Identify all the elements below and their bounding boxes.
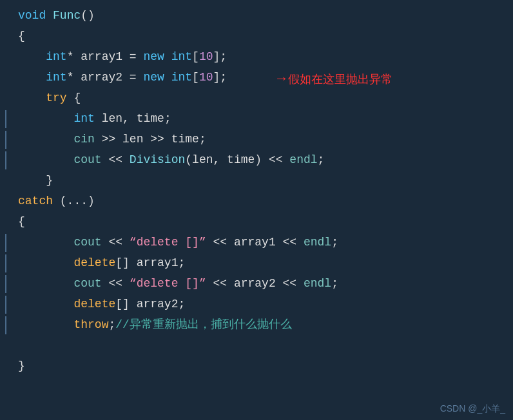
code-token: ; (331, 236, 338, 249)
code-token: ]; (213, 50, 227, 63)
code-token: cout (73, 277, 101, 290)
code-token: time (137, 112, 164, 125)
code-token: ; (178, 256, 185, 269)
code-line: { (0, 213, 513, 233)
code-token: >> (95, 133, 122, 146)
code-token: cout (73, 236, 101, 249)
code-token: catch (18, 195, 53, 207)
code-token: ( (185, 153, 192, 166)
code-token: << (102, 277, 130, 290)
code-token: ]; (213, 71, 227, 84)
code-token: len (102, 112, 122, 125)
code-token: Division (130, 153, 185, 166)
code-token: cin (73, 133, 94, 146)
code-token: try (46, 91, 66, 104)
code-token: , (122, 112, 137, 125)
code-line: { (0, 27, 513, 48)
code-token: “delete []” (130, 236, 206, 249)
code-token: endl (289, 153, 317, 166)
code-token: << (206, 277, 234, 290)
gutter (0, 275, 12, 293)
code-token: new (143, 50, 164, 63)
code-token: endl (304, 236, 331, 249)
code-token: { (18, 30, 25, 43)
gutter (0, 234, 12, 252)
code-token: } (18, 359, 25, 372)
code-token: 10 (199, 71, 213, 84)
code-line: cout << “delete []” << array1 << endl; (0, 233, 513, 254)
code-token: = (122, 71, 143, 84)
code-token: [] (115, 298, 136, 310)
code-token: new (143, 71, 164, 84)
code-token: << (102, 236, 130, 249)
code-token: Func (53, 9, 81, 22)
gutter-bar (5, 275, 6, 293)
code-token: int (171, 50, 192, 63)
code-token: int (46, 71, 66, 84)
code-token: “delete []” (130, 277, 206, 290)
code-token: //异常重新抛出，捕到什么抛什么 (115, 318, 292, 331)
code-token: * (67, 71, 81, 84)
gutter (0, 296, 12, 314)
code-token (95, 112, 102, 125)
code-token: << (102, 153, 130, 166)
code-token: = (122, 50, 143, 63)
code-token: endl (304, 277, 331, 290)
code-token: len (192, 153, 213, 166)
code-token: array2 (137, 298, 179, 310)
annotation-text: 假如在这里抛出异常 (288, 71, 392, 86)
code-token (46, 9, 53, 22)
gutter-bar (5, 316, 6, 334)
gutter-bar (5, 110, 6, 128)
code-container: void Func(){ int* array1 = new int[10]; … (0, 0, 513, 420)
code-token: [] (115, 256, 136, 269)
gutter (0, 131, 12, 149)
code-line: } (0, 171, 513, 192)
code-token: << (206, 236, 234, 249)
code-line: int* array2 = new int[10];→假如在这里抛出异常 (0, 68, 513, 89)
code-line: cout << “delete []” << array2 << endl; (0, 274, 513, 295)
code-line (0, 336, 513, 357)
code-line: cin >> len >> time; (0, 130, 513, 151)
code-token: 10 (199, 50, 213, 63)
code-line: } (0, 357, 513, 377)
code-line: int* array1 = new int[10]; (0, 48, 513, 68)
code-token (67, 91, 74, 104)
code-token: len (122, 133, 143, 146)
code-token: ; (318, 153, 325, 166)
arrow-icon: → (277, 71, 286, 87)
watermark: CSDN @_小羊_ (440, 403, 505, 415)
code-token: delete (73, 298, 115, 310)
code-line: delete[] array1; (0, 254, 513, 274)
code-token: ) << (255, 153, 289, 166)
code-token: [ (192, 71, 199, 84)
code-token (164, 50, 171, 63)
gutter-bar (5, 131, 6, 149)
code-token: ; (164, 112, 171, 125)
gutter (0, 110, 12, 128)
code-token: ; (331, 277, 338, 290)
code-token: ; (108, 318, 115, 331)
code-token (164, 71, 171, 84)
code-token: void (18, 9, 46, 22)
code-token: { (73, 91, 81, 104)
code-line: int len, time; (0, 110, 513, 130)
code-token: << (276, 277, 304, 290)
code-line: try { (0, 89, 513, 110)
code-token: << (276, 236, 304, 249)
code-token: } (46, 174, 53, 187)
code-token: array1 (234, 236, 276, 249)
annotation: →假如在这里抛出异常 (277, 71, 392, 87)
code-token: array1 (81, 50, 122, 63)
gutter-bar (5, 254, 6, 272)
code-token: >> (143, 133, 171, 146)
code-token: , (213, 153, 227, 166)
code-line: void Func() (0, 6, 513, 27)
code-token: time (227, 153, 255, 166)
code-token: int (46, 50, 66, 63)
code-token: (...) (53, 195, 95, 207)
code-token: time (171, 133, 199, 146)
gutter (0, 316, 12, 334)
code-token: delete (73, 256, 115, 269)
code-line: delete[] array2; (0, 295, 513, 316)
